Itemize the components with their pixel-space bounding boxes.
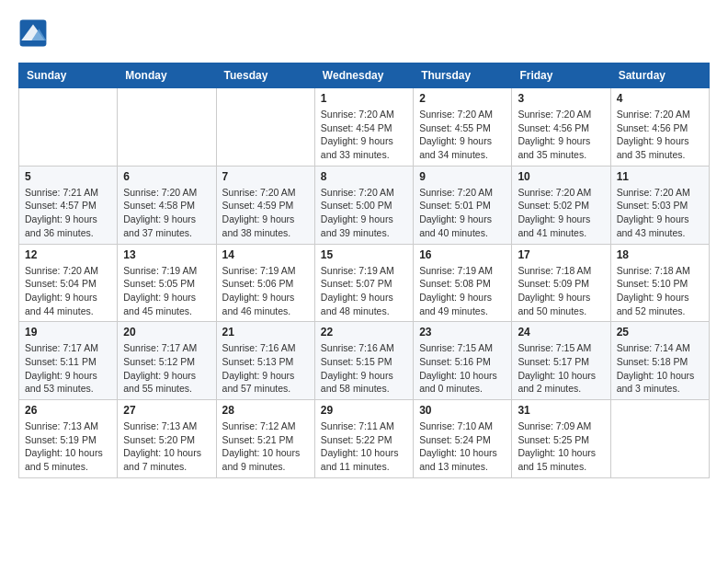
day-info: Sunrise: 7:20 AM Sunset: 4:56 PM Dayligh… — [518, 108, 604, 162]
day-info: Sunrise: 7:20 AM Sunset: 5:04 PM Dayligh… — [25, 264, 111, 318]
logo-icon — [18, 18, 48, 48]
day-info: Sunrise: 7:20 AM Sunset: 5:00 PM Dayligh… — [321, 186, 407, 240]
column-header-friday: Friday — [512, 63, 610, 88]
day-number: 16 — [419, 248, 506, 261]
calendar-cell: 19Sunrise: 7:17 AM Sunset: 5:11 PM Dayli… — [19, 322, 118, 400]
day-number: 12 — [25, 248, 111, 261]
day-info: Sunrise: 7:20 AM Sunset: 4:56 PM Dayligh… — [617, 108, 703, 162]
day-number: 11 — [617, 170, 703, 183]
day-info: Sunrise: 7:20 AM Sunset: 4:58 PM Dayligh… — [123, 186, 210, 240]
day-info: Sunrise: 7:13 AM Sunset: 5:20 PM Dayligh… — [123, 419, 210, 474]
day-info: Sunrise: 7:20 AM Sunset: 4:59 PM Dayligh… — [222, 186, 309, 240]
calendar-cell: 25Sunrise: 7:14 AM Sunset: 5:18 PM Dayli… — [610, 322, 709, 400]
calendar-cell: 8Sunrise: 7:20 AM Sunset: 5:00 PM Daylig… — [314, 166, 413, 244]
calendar-cell — [610, 400, 709, 478]
calendar-cell: 5Sunrise: 7:21 AM Sunset: 4:57 PM Daylig… — [19, 166, 118, 244]
day-number: 27 — [123, 404, 210, 417]
day-number: 24 — [518, 326, 604, 339]
header — [18, 18, 710, 48]
day-number: 3 — [518, 92, 604, 105]
day-info: Sunrise: 7:17 AM Sunset: 5:11 PM Dayligh… — [25, 341, 111, 396]
calendar-cell: 10Sunrise: 7:20 AM Sunset: 5:02 PM Dayli… — [512, 166, 610, 244]
calendar-cell: 12Sunrise: 7:20 AM Sunset: 5:04 PM Dayli… — [19, 244, 118, 322]
day-info: Sunrise: 7:15 AM Sunset: 5:17 PM Dayligh… — [518, 341, 604, 396]
calendar-cell — [216, 88, 314, 167]
column-header-monday: Monday — [118, 63, 216, 88]
day-info: Sunrise: 7:09 AM Sunset: 5:25 PM Dayligh… — [518, 419, 604, 474]
day-info: Sunrise: 7:19 AM Sunset: 5:06 PM Dayligh… — [222, 264, 309, 318]
calendar-cell: 21Sunrise: 7:16 AM Sunset: 5:13 PM Dayli… — [216, 322, 314, 400]
calendar-cell: 22Sunrise: 7:16 AM Sunset: 5:15 PM Dayli… — [314, 322, 413, 400]
day-number: 8 — [321, 170, 407, 183]
calendar-header-row: SundayMondayTuesdayWednesdayThursdayFrid… — [19, 63, 710, 88]
day-info: Sunrise: 7:11 AM Sunset: 5:22 PM Dayligh… — [321, 419, 407, 474]
calendar-cell: 23Sunrise: 7:15 AM Sunset: 5:16 PM Dayli… — [414, 322, 512, 400]
calendar-cell: 24Sunrise: 7:15 AM Sunset: 5:17 PM Dayli… — [512, 322, 610, 400]
day-info: Sunrise: 7:20 AM Sunset: 4:54 PM Dayligh… — [321, 108, 407, 162]
calendar-cell: 9Sunrise: 7:20 AM Sunset: 5:01 PM Daylig… — [414, 166, 512, 244]
column-header-tuesday: Tuesday — [216, 63, 314, 88]
day-number: 26 — [25, 404, 111, 417]
day-number: 2 — [419, 92, 506, 105]
calendar-cell: 28Sunrise: 7:12 AM Sunset: 5:21 PM Dayli… — [216, 400, 314, 478]
week-row-4: 19Sunrise: 7:17 AM Sunset: 5:11 PM Dayli… — [19, 322, 710, 400]
calendar-cell: 11Sunrise: 7:20 AM Sunset: 5:03 PM Dayli… — [610, 166, 709, 244]
day-number: 7 — [222, 170, 309, 183]
day-number: 13 — [123, 248, 210, 261]
calendar-cell: 2Sunrise: 7:20 AM Sunset: 4:55 PM Daylig… — [414, 88, 512, 167]
calendar-cell: 14Sunrise: 7:19 AM Sunset: 5:06 PM Dayli… — [216, 244, 314, 322]
column-header-sunday: Sunday — [19, 63, 118, 88]
day-info: Sunrise: 7:13 AM Sunset: 5:19 PM Dayligh… — [25, 419, 111, 474]
calendar-cell: 7Sunrise: 7:20 AM Sunset: 4:59 PM Daylig… — [216, 166, 314, 244]
calendar-cell: 1Sunrise: 7:20 AM Sunset: 4:54 PM Daylig… — [314, 88, 413, 167]
day-number: 21 — [222, 326, 309, 339]
day-info: Sunrise: 7:12 AM Sunset: 5:21 PM Dayligh… — [222, 419, 309, 474]
day-number: 31 — [518, 404, 604, 417]
day-number: 28 — [222, 404, 309, 417]
day-info: Sunrise: 7:17 AM Sunset: 5:12 PM Dayligh… — [123, 341, 210, 396]
day-number: 22 — [321, 326, 407, 339]
day-info: Sunrise: 7:19 AM Sunset: 5:07 PM Dayligh… — [321, 264, 407, 318]
logo — [18, 18, 51, 48]
day-number: 30 — [419, 404, 506, 417]
day-info: Sunrise: 7:18 AM Sunset: 5:10 PM Dayligh… — [617, 264, 703, 318]
calendar-cell — [118, 88, 216, 167]
calendar-cell: 15Sunrise: 7:19 AM Sunset: 5:07 PM Dayli… — [314, 244, 413, 322]
day-info: Sunrise: 7:21 AM Sunset: 4:57 PM Dayligh… — [25, 186, 111, 240]
calendar-cell: 29Sunrise: 7:11 AM Sunset: 5:22 PM Dayli… — [314, 400, 413, 478]
day-number: 5 — [25, 170, 111, 183]
day-number: 1 — [321, 92, 407, 105]
calendar-cell: 31Sunrise: 7:09 AM Sunset: 5:25 PM Dayli… — [512, 400, 610, 478]
day-number: 15 — [321, 248, 407, 261]
day-number: 6 — [123, 170, 210, 183]
day-info: Sunrise: 7:14 AM Sunset: 5:18 PM Dayligh… — [617, 341, 703, 396]
week-row-2: 5Sunrise: 7:21 AM Sunset: 4:57 PM Daylig… — [19, 166, 710, 244]
day-number: 10 — [518, 170, 604, 183]
day-number: 14 — [222, 248, 309, 261]
calendar-table: SundayMondayTuesdayWednesdayThursdayFrid… — [18, 63, 710, 478]
calendar-cell: 27Sunrise: 7:13 AM Sunset: 5:20 PM Dayli… — [118, 400, 216, 478]
calendar-cell: 13Sunrise: 7:19 AM Sunset: 5:05 PM Dayli… — [118, 244, 216, 322]
column-header-thursday: Thursday — [414, 63, 512, 88]
week-row-3: 12Sunrise: 7:20 AM Sunset: 5:04 PM Dayli… — [19, 244, 710, 322]
day-info: Sunrise: 7:15 AM Sunset: 5:16 PM Dayligh… — [419, 341, 506, 396]
calendar-cell: 16Sunrise: 7:19 AM Sunset: 5:08 PM Dayli… — [414, 244, 512, 322]
day-number: 20 — [123, 326, 210, 339]
day-info: Sunrise: 7:10 AM Sunset: 5:24 PM Dayligh… — [419, 419, 506, 474]
day-info: Sunrise: 7:20 AM Sunset: 5:02 PM Dayligh… — [518, 186, 604, 240]
calendar-cell: 26Sunrise: 7:13 AM Sunset: 5:19 PM Dayli… — [19, 400, 118, 478]
day-info: Sunrise: 7:20 AM Sunset: 4:55 PM Dayligh… — [419, 108, 506, 162]
day-info: Sunrise: 7:19 AM Sunset: 5:05 PM Dayligh… — [123, 264, 210, 318]
day-info: Sunrise: 7:16 AM Sunset: 5:13 PM Dayligh… — [222, 341, 309, 396]
day-number: 9 — [419, 170, 506, 183]
day-number: 23 — [419, 326, 506, 339]
day-number: 25 — [617, 326, 703, 339]
day-number: 18 — [617, 248, 703, 261]
day-number: 29 — [321, 404, 407, 417]
day-number: 17 — [518, 248, 604, 261]
calendar-cell: 20Sunrise: 7:17 AM Sunset: 5:12 PM Dayli… — [118, 322, 216, 400]
day-info: Sunrise: 7:18 AM Sunset: 5:09 PM Dayligh… — [518, 264, 604, 318]
calendar-cell: 18Sunrise: 7:18 AM Sunset: 5:10 PM Dayli… — [610, 244, 709, 322]
calendar-cell: 4Sunrise: 7:20 AM Sunset: 4:56 PM Daylig… — [610, 88, 709, 167]
column-header-saturday: Saturday — [610, 63, 709, 88]
